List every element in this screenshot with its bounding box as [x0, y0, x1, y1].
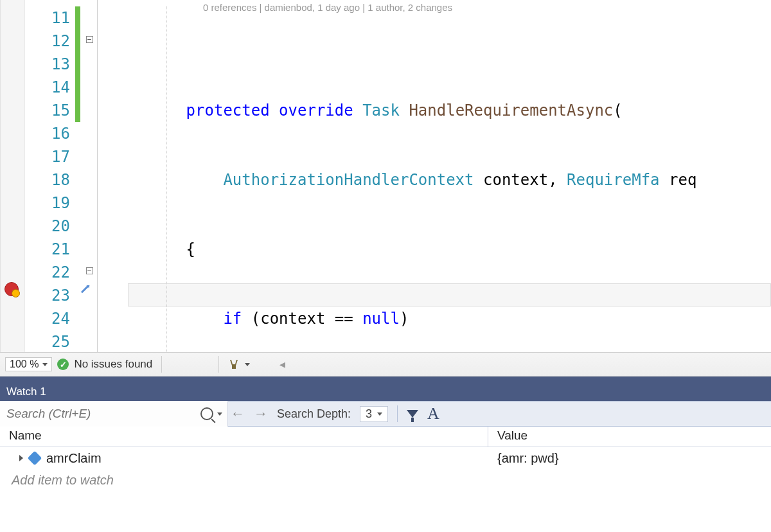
line-number: 14 [25, 76, 70, 99]
zoom-value: 100 % [10, 359, 39, 370]
watch-item-name: amrClaim [46, 451, 102, 466]
watch-search-box[interactable] [0, 401, 228, 427]
separator [397, 405, 398, 422]
chevron-down-icon[interactable] [245, 363, 250, 366]
code-line[interactable]: { [98, 238, 771, 261]
search-depth-dropdown[interactable]: 3 [360, 406, 388, 422]
line-number: 18 [25, 168, 70, 191]
zoom-dropdown[interactable]: 100 % [5, 357, 52, 371]
glyph-margin[interactable] [1, 0, 25, 352]
collapse-toggle-icon[interactable]: − [86, 267, 93, 274]
collapse-toggle-icon[interactable]: − [86, 36, 93, 43]
line-number: 21 [25, 238, 70, 261]
code-line[interactable]: protected override Task HandleRequiremen… [98, 99, 771, 122]
column-header-name[interactable]: Name [0, 427, 488, 447]
search-depth-label: Search Depth: [277, 407, 351, 421]
chevron-left-icon[interactable]: ◂ [279, 357, 285, 371]
watch-search-input[interactable] [6, 407, 173, 421]
search-icon[interactable] [200, 407, 213, 420]
line-number: 12 [25, 30, 70, 53]
line-number: 22 [25, 261, 70, 284]
line-number: 23 [25, 284, 70, 307]
code-editor[interactable]: 11 12 13 14 15 16 17 18 19 20 21 22 23 2… [0, 0, 771, 352]
text-format-icon[interactable]: A [427, 404, 439, 423]
line-number: 13 [25, 53, 70, 76]
chevron-down-icon [377, 412, 382, 416]
line-number: 24 [25, 307, 70, 330]
chevron-down-icon[interactable] [217, 412, 222, 416]
line-numbers: 11 12 13 14 15 16 17 18 19 20 21 22 23 2… [25, 0, 74, 352]
separator [218, 356, 219, 373]
outlining-margin[interactable]: − − [82, 0, 97, 352]
watch-panel-title[interactable]: Watch 1 [0, 383, 771, 401]
watch-column-headers[interactable]: Name Value [0, 427, 771, 447]
search-depth-value: 3 [366, 407, 372, 421]
object-icon [28, 451, 42, 466]
line-number: 20 [25, 215, 70, 238]
watch-toolbar: ← → Search Depth: 3 A [0, 401, 771, 427]
filter-icon[interactable] [407, 410, 418, 418]
code-cleanup-icon[interactable] [228, 359, 240, 370]
check-circle-icon: ✓ [57, 359, 69, 370]
separator [161, 356, 162, 373]
forward-arrow-icon[interactable]: → [254, 405, 268, 422]
breakpoint-icon[interactable] [4, 282, 19, 296]
issues-status-text[interactable]: No issues found [74, 358, 152, 371]
codelens-info[interactable]: 0 references | damienbod, 1 day ago | 1 … [203, 0, 452, 19]
back-arrow-icon[interactable]: ← [231, 405, 245, 422]
expand-triangle-icon[interactable] [19, 455, 23, 461]
line-number: 19 [25, 191, 70, 215]
line-number: 17 [25, 145, 70, 168]
line-number: 15 [25, 99, 70, 122]
line-number: 11 [25, 6, 70, 30]
code-line[interactable]: AuthorizationHandlerContext context, Req… [98, 168, 771, 191]
line-number: 16 [25, 122, 70, 145]
chevron-down-icon [42, 363, 48, 366]
code-line[interactable]: if (context == null) [98, 307, 771, 330]
line-number: 25 [25, 330, 70, 352]
column-header-value[interactable]: Value [488, 427, 771, 447]
visual-studio-window: 11 12 13 14 15 16 17 18 19 20 21 22 23 2… [0, 0, 771, 532]
code-text-area[interactable]: 0 references | damienbod, 1 day ago | 1 … [98, 0, 771, 352]
panel-splitter[interactable] [0, 377, 771, 383]
watch-item-value: {amr: pwd} [488, 451, 771, 466]
watch-add-item-input[interactable]: Add item to watch [0, 469, 771, 491]
watch-row[interactable]: amrClaim {amr: pwd} [0, 447, 771, 469]
editor-status-bar: 100 % ✓ No issues found ◂ [0, 352, 771, 377]
change-indicator-margin [74, 0, 82, 352]
